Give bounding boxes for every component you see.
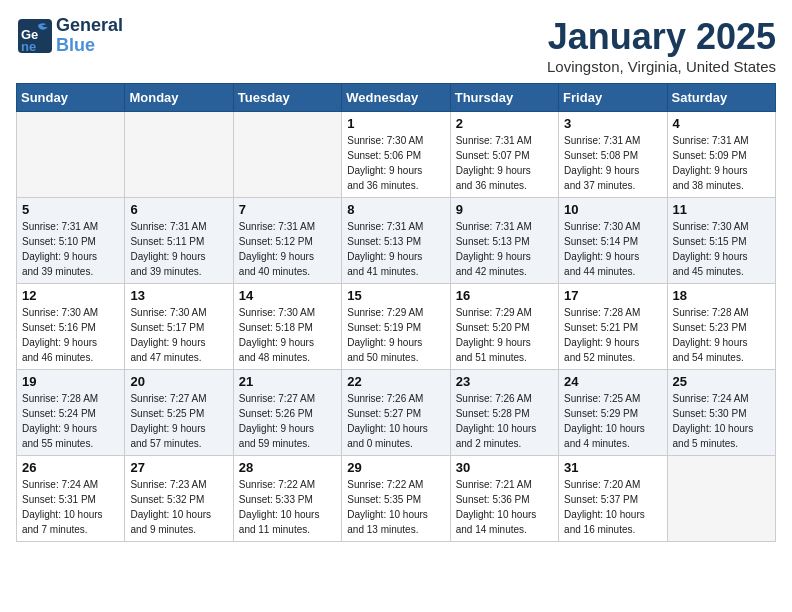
day-info: Sunrise: 7:30 AM Sunset: 5:15 PM Dayligh… xyxy=(673,219,770,279)
days-header-row: SundayMondayTuesdayWednesdayThursdayFrid… xyxy=(17,84,776,112)
day-info: Sunrise: 7:31 AM Sunset: 5:13 PM Dayligh… xyxy=(456,219,553,279)
day-info: Sunrise: 7:29 AM Sunset: 5:19 PM Dayligh… xyxy=(347,305,444,365)
calendar-cell xyxy=(125,112,233,198)
calendar-cell: 26Sunrise: 7:24 AM Sunset: 5:31 PM Dayli… xyxy=(17,456,125,542)
day-number: 9 xyxy=(456,202,553,217)
calendar-cell: 18Sunrise: 7:28 AM Sunset: 5:23 PM Dayli… xyxy=(667,284,775,370)
calendar-cell xyxy=(667,456,775,542)
calendar-cell: 22Sunrise: 7:26 AM Sunset: 5:27 PM Dayli… xyxy=(342,370,450,456)
calendar-cell: 14Sunrise: 7:30 AM Sunset: 5:18 PM Dayli… xyxy=(233,284,341,370)
day-number: 11 xyxy=(673,202,770,217)
day-info: Sunrise: 7:31 AM Sunset: 5:12 PM Dayligh… xyxy=(239,219,336,279)
day-info: Sunrise: 7:30 AM Sunset: 5:17 PM Dayligh… xyxy=(130,305,227,365)
day-number: 21 xyxy=(239,374,336,389)
day-info: Sunrise: 7:24 AM Sunset: 5:30 PM Dayligh… xyxy=(673,391,770,451)
calendar-cell: 21Sunrise: 7:27 AM Sunset: 5:26 PM Dayli… xyxy=(233,370,341,456)
day-info: Sunrise: 7:27 AM Sunset: 5:26 PM Dayligh… xyxy=(239,391,336,451)
calendar-cell: 4Sunrise: 7:31 AM Sunset: 5:09 PM Daylig… xyxy=(667,112,775,198)
day-number: 18 xyxy=(673,288,770,303)
calendar-cell: 30Sunrise: 7:21 AM Sunset: 5:36 PM Dayli… xyxy=(450,456,558,542)
day-info: Sunrise: 7:28 AM Sunset: 5:24 PM Dayligh… xyxy=(22,391,119,451)
day-info: Sunrise: 7:25 AM Sunset: 5:29 PM Dayligh… xyxy=(564,391,661,451)
calendar-week-row: 19Sunrise: 7:28 AM Sunset: 5:24 PM Dayli… xyxy=(17,370,776,456)
day-number: 8 xyxy=(347,202,444,217)
day-info: Sunrise: 7:31 AM Sunset: 5:13 PM Dayligh… xyxy=(347,219,444,279)
calendar-cell: 10Sunrise: 7:30 AM Sunset: 5:14 PM Dayli… xyxy=(559,198,667,284)
day-header-friday: Friday xyxy=(559,84,667,112)
day-number: 12 xyxy=(22,288,119,303)
day-number: 3 xyxy=(564,116,661,131)
calendar: SundayMondayTuesdayWednesdayThursdayFrid… xyxy=(16,83,776,542)
day-number: 7 xyxy=(239,202,336,217)
calendar-cell: 28Sunrise: 7:22 AM Sunset: 5:33 PM Dayli… xyxy=(233,456,341,542)
calendar-week-row: 26Sunrise: 7:24 AM Sunset: 5:31 PM Dayli… xyxy=(17,456,776,542)
day-info: Sunrise: 7:31 AM Sunset: 5:10 PM Dayligh… xyxy=(22,219,119,279)
day-number: 2 xyxy=(456,116,553,131)
calendar-cell: 6Sunrise: 7:31 AM Sunset: 5:11 PM Daylig… xyxy=(125,198,233,284)
calendar-cell: 1Sunrise: 7:30 AM Sunset: 5:06 PM Daylig… xyxy=(342,112,450,198)
day-number: 15 xyxy=(347,288,444,303)
day-number: 28 xyxy=(239,460,336,475)
day-number: 26 xyxy=(22,460,119,475)
calendar-cell: 13Sunrise: 7:30 AM Sunset: 5:17 PM Dayli… xyxy=(125,284,233,370)
day-info: Sunrise: 7:31 AM Sunset: 5:09 PM Dayligh… xyxy=(673,133,770,193)
day-info: Sunrise: 7:27 AM Sunset: 5:25 PM Dayligh… xyxy=(130,391,227,451)
day-info: Sunrise: 7:31 AM Sunset: 5:07 PM Dayligh… xyxy=(456,133,553,193)
day-info: Sunrise: 7:26 AM Sunset: 5:27 PM Dayligh… xyxy=(347,391,444,451)
calendar-week-row: 5Sunrise: 7:31 AM Sunset: 5:10 PM Daylig… xyxy=(17,198,776,284)
calendar-cell: 23Sunrise: 7:26 AM Sunset: 5:28 PM Dayli… xyxy=(450,370,558,456)
day-number: 10 xyxy=(564,202,661,217)
day-number: 6 xyxy=(130,202,227,217)
day-header-thursday: Thursday xyxy=(450,84,558,112)
calendar-cell: 16Sunrise: 7:29 AM Sunset: 5:20 PM Dayli… xyxy=(450,284,558,370)
day-number: 20 xyxy=(130,374,227,389)
calendar-cell: 15Sunrise: 7:29 AM Sunset: 5:19 PM Dayli… xyxy=(342,284,450,370)
day-header-tuesday: Tuesday xyxy=(233,84,341,112)
day-number: 22 xyxy=(347,374,444,389)
logo-general: General xyxy=(56,16,123,36)
day-number: 24 xyxy=(564,374,661,389)
calendar-week-row: 12Sunrise: 7:30 AM Sunset: 5:16 PM Dayli… xyxy=(17,284,776,370)
day-info: Sunrise: 7:30 AM Sunset: 5:16 PM Dayligh… xyxy=(22,305,119,365)
day-number: 23 xyxy=(456,374,553,389)
day-number: 25 xyxy=(673,374,770,389)
month-title: January 2025 xyxy=(547,16,776,58)
logo-blue: Blue xyxy=(56,36,123,56)
day-number: 27 xyxy=(130,460,227,475)
day-info: Sunrise: 7:29 AM Sunset: 5:20 PM Dayligh… xyxy=(456,305,553,365)
day-number: 29 xyxy=(347,460,444,475)
day-info: Sunrise: 7:22 AM Sunset: 5:33 PM Dayligh… xyxy=(239,477,336,537)
calendar-cell: 11Sunrise: 7:30 AM Sunset: 5:15 PM Dayli… xyxy=(667,198,775,284)
day-info: Sunrise: 7:21 AM Sunset: 5:36 PM Dayligh… xyxy=(456,477,553,537)
calendar-cell: 17Sunrise: 7:28 AM Sunset: 5:21 PM Dayli… xyxy=(559,284,667,370)
day-number: 30 xyxy=(456,460,553,475)
day-info: Sunrise: 7:31 AM Sunset: 5:08 PM Dayligh… xyxy=(564,133,661,193)
day-info: Sunrise: 7:22 AM Sunset: 5:35 PM Dayligh… xyxy=(347,477,444,537)
day-info: Sunrise: 7:30 AM Sunset: 5:18 PM Dayligh… xyxy=(239,305,336,365)
calendar-cell: 7Sunrise: 7:31 AM Sunset: 5:12 PM Daylig… xyxy=(233,198,341,284)
calendar-cell: 24Sunrise: 7:25 AM Sunset: 5:29 PM Dayli… xyxy=(559,370,667,456)
calendar-cell: 8Sunrise: 7:31 AM Sunset: 5:13 PM Daylig… xyxy=(342,198,450,284)
calendar-cell: 31Sunrise: 7:20 AM Sunset: 5:37 PM Dayli… xyxy=(559,456,667,542)
day-number: 4 xyxy=(673,116,770,131)
day-number: 17 xyxy=(564,288,661,303)
calendar-cell: 27Sunrise: 7:23 AM Sunset: 5:32 PM Dayli… xyxy=(125,456,233,542)
day-number: 13 xyxy=(130,288,227,303)
day-header-saturday: Saturday xyxy=(667,84,775,112)
day-info: Sunrise: 7:20 AM Sunset: 5:37 PM Dayligh… xyxy=(564,477,661,537)
svg-text:ne: ne xyxy=(21,39,36,54)
day-info: Sunrise: 7:23 AM Sunset: 5:32 PM Dayligh… xyxy=(130,477,227,537)
calendar-cell: 25Sunrise: 7:24 AM Sunset: 5:30 PM Dayli… xyxy=(667,370,775,456)
location: Lovingston, Virginia, United States xyxy=(547,58,776,75)
day-header-sunday: Sunday xyxy=(17,84,125,112)
calendar-cell xyxy=(17,112,125,198)
calendar-cell: 9Sunrise: 7:31 AM Sunset: 5:13 PM Daylig… xyxy=(450,198,558,284)
day-info: Sunrise: 7:28 AM Sunset: 5:21 PM Dayligh… xyxy=(564,305,661,365)
day-header-wednesday: Wednesday xyxy=(342,84,450,112)
calendar-cell: 12Sunrise: 7:30 AM Sunset: 5:16 PM Dayli… xyxy=(17,284,125,370)
day-number: 5 xyxy=(22,202,119,217)
day-info: Sunrise: 7:31 AM Sunset: 5:11 PM Dayligh… xyxy=(130,219,227,279)
day-number: 31 xyxy=(564,460,661,475)
day-info: Sunrise: 7:26 AM Sunset: 5:28 PM Dayligh… xyxy=(456,391,553,451)
calendar-cell: 5Sunrise: 7:31 AM Sunset: 5:10 PM Daylig… xyxy=(17,198,125,284)
